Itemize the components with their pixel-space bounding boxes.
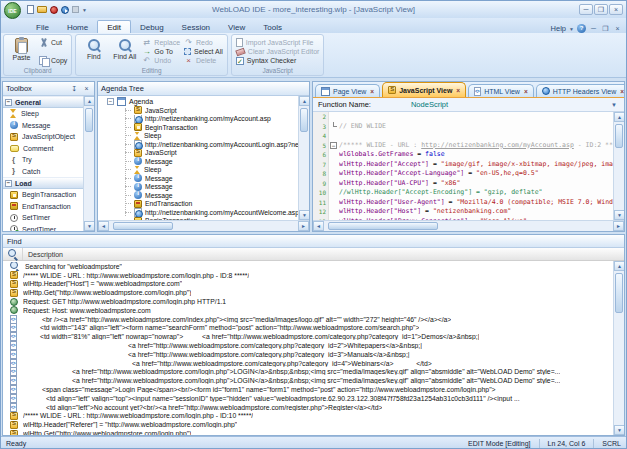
- agenda-vertical-scrollbar[interactable]: ▲ ▼: [298, 96, 309, 220]
- agenda-node-sleep[interactable]: Sleep: [98, 132, 298, 141]
- type-column-header[interactable]: [3, 248, 23, 260]
- ribbon-tab-edit[interactable]: Edit: [97, 20, 131, 33]
- toolbox-item-try[interactable]: Try: [3, 154, 83, 166]
- scroll-thumb[interactable]: [615, 273, 623, 313]
- tab-http-headers-view[interactable]: HTTP Headers View×: [536, 84, 625, 97]
- chevron-down-icon[interactable]: ▼: [611, 102, 619, 108]
- find-result-row[interactable]: <a href="http://www.webloadmpstore.com/c…: [3, 350, 613, 359]
- find-result-row[interactable]: <span class="message">Login Page</span><…: [3, 385, 613, 394]
- find-result-row[interactable]: <td width="81%" align="left" nowrap="now…: [3, 332, 613, 341]
- agenda-node-javascript[interactable]: JavaScript: [98, 106, 298, 115]
- scroll-right-icon[interactable]: ►: [298, 221, 309, 231]
- close-button[interactable]: ×: [609, 4, 623, 15]
- scroll-up-icon[interactable]: ▲: [614, 261, 624, 271]
- delete-button[interactable]: × Delete: [184, 56, 223, 65]
- description-column-header[interactable]: Description: [23, 251, 63, 258]
- close-tab-icon[interactable]: ×: [524, 88, 528, 95]
- find-column-header[interactable]: Description: [3, 248, 624, 261]
- toolbox-item-sendtimer[interactable]: SendTimer: [3, 224, 83, 232]
- toolbox-item-begintransaction[interactable]: BeginTransaction: [3, 189, 83, 201]
- scroll-down-icon[interactable]: ▼: [614, 210, 624, 220]
- find-result-row[interactable]: wlHttp.Header["Host"] = "www.webloadmpst…: [3, 280, 613, 289]
- record-icon[interactable]: [50, 6, 58, 14]
- agenda-node-message[interactable]: Message: [98, 157, 298, 166]
- agenda-node-message[interactable]: Message: [98, 183, 298, 192]
- scroll-left-icon[interactable]: ◄: [313, 221, 324, 231]
- pin-icon[interactable]: ↧: [70, 85, 79, 93]
- find-result-row[interactable]: /***** WLIDE - URL : http://www.webloadm…: [3, 271, 613, 280]
- find-result-row[interactable]: /***** WLIDE - URL : http://www.webloadm…: [3, 412, 613, 421]
- minimize-button[interactable]: ─: [579, 4, 593, 15]
- toolbox-item-javascriptobject[interactable]: JavaScriptObject: [3, 131, 83, 143]
- restore-button[interactable]: ❐: [594, 4, 608, 15]
- find-result-row[interactable]: Request: GET http://www.webloadmpstore.c…: [3, 297, 613, 306]
- find-result-row[interactable]: <a href="http://www.webloadmpstore.com/l…: [3, 376, 613, 385]
- ribbon-tab-view[interactable]: View: [219, 21, 254, 33]
- run-icon[interactable]: [61, 6, 69, 14]
- agenda-node-http-netizenbanking-com-myaccountlogin-a[interactable]: http://netizenbanking.com/myAccountLogin…: [98, 140, 298, 149]
- scroll-thumb[interactable]: [615, 124, 623, 148]
- find-all-button[interactable]: Find All: [111, 36, 138, 67]
- redo-button[interactable]: ↷ Redo: [184, 38, 223, 47]
- ribbon-tab-file[interactable]: File: [27, 21, 58, 33]
- close-tab-icon[interactable]: ×: [370, 88, 374, 95]
- scroll-down-icon[interactable]: ▼: [84, 221, 94, 231]
- help-icon[interactable]: ?: [577, 24, 586, 33]
- scroll-down-icon[interactable]: ▼: [614, 425, 624, 435]
- go-to-button[interactable]: → Go To: [142, 47, 180, 56]
- agenda-node-http-netizenbanking-com-myaccountwelcome[interactable]: http://netizenbanking.com/myAccountWelco…: [98, 208, 298, 217]
- javascript-editor[interactable]: 23// END WLIDE45−/***** WLIDE - URL : ht…: [313, 112, 624, 220]
- agenda-node-message[interactable]: Message: [98, 174, 298, 183]
- find-result-row[interactable]: wlHttp.Header["Referer"] = "http://www.w…: [3, 420, 613, 429]
- find-result-row[interactable]: <br /><a href="http://www.webloadmpstore…: [3, 315, 613, 324]
- toolbox-vertical-scrollbar[interactable]: ▲ ▼: [83, 96, 94, 231]
- syntax-checker-button[interactable]: ✓ Syntax Checker: [236, 56, 320, 65]
- toolbox-item-message[interactable]: Message: [3, 120, 83, 132]
- function-name-combobox[interactable]: NodeScript ▼: [411, 100, 619, 109]
- help-dropdown-icon[interactable]: ▼: [569, 26, 574, 32]
- editor-vertical-scrollbar[interactable]: ▲ ▼: [613, 112, 624, 220]
- agenda-horizontal-scrollbar[interactable]: ◄ ►: [98, 220, 309, 231]
- fold-collapse-icon[interactable]: −: [330, 142, 337, 149]
- scroll-thumb[interactable]: [300, 108, 308, 132]
- agenda-root-node[interactable]: − Agenda: [98, 96, 298, 106]
- scroll-left-icon[interactable]: ◄: [98, 221, 109, 231]
- scroll-up-icon[interactable]: ▲: [614, 112, 624, 122]
- help-menu[interactable]: Help: [551, 24, 566, 33]
- tab-html-view[interactable]: HTML View×: [468, 84, 534, 97]
- agenda-node-begintransaction[interactable]: BeginTransaction: [98, 123, 298, 132]
- toolbox-item-endtransaction[interactable]: EndTransaction: [3, 201, 83, 213]
- close-tab-icon[interactable]: ×: [620, 88, 624, 95]
- find-result-row[interactable]: wlHttp.Get("http://www.webloadmpstore.co…: [3, 288, 613, 297]
- stop-icon[interactable]: [72, 6, 79, 13]
- find-result-row[interactable]: wlHttp.Get("http://www.webloadmpstore.co…: [3, 429, 613, 435]
- ribbon-tab-debug[interactable]: Debug: [131, 21, 173, 33]
- scroll-thumb[interactable]: [328, 222, 438, 230]
- tab-page-view[interactable]: Page View×: [315, 84, 380, 97]
- scroll-up-icon[interactable]: ▲: [299, 96, 309, 106]
- scroll-down-icon[interactable]: ▼: [299, 210, 309, 220]
- agenda-node-begintransaction[interactable]: BeginTransaction: [98, 217, 298, 221]
- collapse-icon[interactable]: −: [5, 180, 12, 187]
- agenda-node-javascript[interactable]: JavaScript: [98, 149, 298, 158]
- find-result-row[interactable]: <td align="left">No account yet?<br/><a …: [3, 403, 613, 412]
- scroll-up-icon[interactable]: ▲: [84, 96, 94, 106]
- find-result-row[interactable]: <a href="http://www.webloadmpstore.com/c…: [3, 359, 613, 368]
- import-javascript-file-button[interactable]: Import JavaScript File: [236, 38, 320, 47]
- toolbox-item-catch[interactable]: Catch: [3, 166, 83, 178]
- scroll-right-icon[interactable]: ►: [613, 221, 624, 231]
- close-panel-icon[interactable]: ×: [82, 85, 91, 92]
- find-button[interactable]: Find: [80, 36, 107, 67]
- collapse-icon[interactable]: −: [107, 98, 114, 105]
- ribbon-tab-home[interactable]: Home: [58, 21, 97, 33]
- scroll-thumb[interactable]: [113, 222, 173, 230]
- toolbox-item-settimer[interactable]: SetTimer: [3, 212, 83, 224]
- mdi-restore-button[interactable]: ❐: [601, 25, 610, 33]
- agenda-node-http-netizenbanking-com-myaccount-asp[interactable]: http://netizenbanking.com/myAccount.asp: [98, 115, 298, 124]
- app-logo-icon[interactable]: IDE: [4, 2, 21, 19]
- agenda-node-sleep[interactable]: Sleep: [98, 166, 298, 175]
- find-result-row[interactable]: <a href="http://www.webloadmpstore.com/l…: [3, 368, 613, 377]
- open-file-icon[interactable]: [37, 6, 47, 13]
- collapse-icon[interactable]: −: [5, 99, 12, 106]
- scroll-thumb[interactable]: [85, 108, 93, 132]
